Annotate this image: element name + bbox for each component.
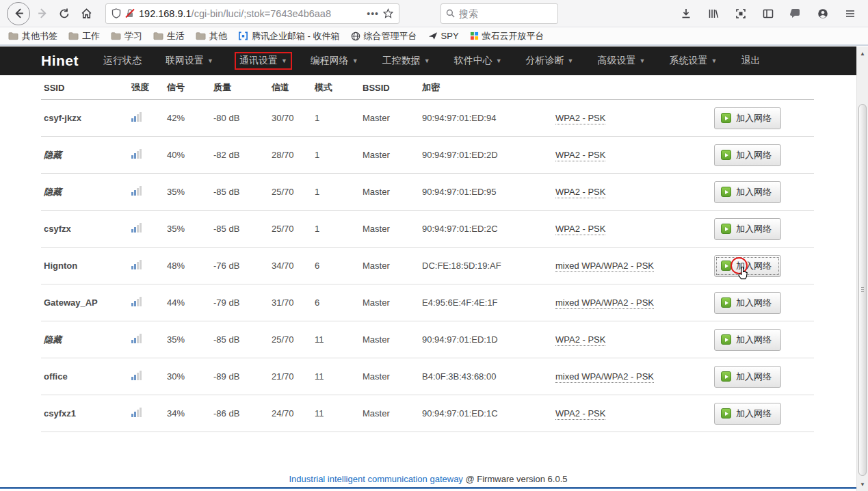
encryption-value: WPA2 - PSK (555, 334, 605, 346)
sidebar-button[interactable] (757, 3, 779, 25)
scroll-up-arrow[interactable]: ▲ (857, 48, 868, 59)
nav-item[interactable]: 通讯设置▼ (235, 52, 292, 70)
bookmark-label: 综合管理平台 (364, 30, 417, 42)
signal-db-cell: -80 dB (211, 100, 269, 137)
channel-cell: 1 (312, 137, 360, 174)
header-bssid: BSSID (360, 75, 419, 100)
bookmark-item[interactable]: 萤石云开放平台 (466, 29, 549, 44)
nav-item[interactable]: 编程网络▼ (308, 53, 361, 69)
nav-item-label: 联网设置 (166, 55, 204, 67)
encryption-value: WPA2 - PSK (555, 150, 605, 161)
join-network-button[interactable]: 加入网络 (714, 181, 781, 203)
signal-percent-cell: 34% (164, 395, 211, 432)
bookmark-item[interactable]: 工作 (64, 29, 104, 44)
join-network-button[interactable]: 加入网络 (714, 144, 781, 166)
signal-db-cell: -79 dB (211, 284, 269, 321)
nav-item[interactable]: 分析诊断▼ (523, 53, 577, 69)
channel-cell: 6 (312, 284, 360, 321)
bssid-cell: B4:0F:3B:43:68:00 (419, 358, 553, 395)
library-button[interactable] (702, 3, 724, 25)
search-input[interactable] (459, 8, 534, 19)
header-signal: 信号 (164, 75, 211, 100)
channel-cell: 11 (312, 395, 360, 432)
nav-item-label: 分析诊断 (526, 55, 564, 67)
encryption-value: WPA2 - PSK (555, 187, 605, 198)
join-network-button[interactable]: 加入网络 (714, 255, 781, 277)
scroll-down-arrow[interactable]: ▼ (857, 479, 868, 490)
search-box[interactable] (440, 3, 558, 24)
chevron-down-icon: ▼ (207, 57, 213, 64)
url-host: 192.168.9.1 (139, 8, 192, 19)
chevron-down-icon: ▼ (352, 57, 358, 64)
bookmark-label: 学习 (124, 30, 142, 42)
back-button[interactable] (7, 2, 30, 25)
page-actions-icon[interactable]: ••• (367, 8, 379, 19)
nav-item[interactable]: 运行状态 (101, 53, 144, 69)
bookmark-item[interactable]: 其他 (192, 29, 231, 44)
bookmark-item[interactable]: 腾讯企业邮箱 - 收件箱 (234, 29, 344, 44)
chevron-down-icon: ▼ (496, 57, 502, 64)
account-button[interactable] (812, 3, 834, 25)
signal-percent-cell: 35% (164, 174, 211, 211)
signal-strength-icon (131, 149, 142, 159)
join-icon (721, 408, 731, 419)
ssid-cell: csyf-jkzx (41, 100, 129, 137)
signal-db-cell: -85 dB (211, 211, 269, 248)
chevron-down-icon: ▼ (640, 57, 646, 64)
hamburger-icon (845, 8, 856, 19)
join-button-label: 加入网络 (736, 186, 772, 198)
encryption-cell: WPA2 - PSK (553, 100, 711, 137)
wifi-network-row: 隐藏 40% -82 dB 28/70 1 Master 90:94:97:01… (41, 137, 814, 174)
signal-percent-cell: 30% (164, 358, 211, 395)
vertical-scrollbar[interactable]: ▲ ▼ (856, 47, 868, 491)
chevron-down-icon: ▼ (281, 57, 287, 64)
encryption-value: WPA2 - PSK (555, 224, 605, 235)
ssid-cell: Hignton (41, 248, 129, 284)
signal-db-cell: -86 dB (211, 395, 269, 432)
join-network-button[interactable]: 加入网络 (714, 329, 781, 351)
join-network-button[interactable]: 加入网络 (714, 107, 781, 129)
nav-item[interactable]: 系统设置▼ (666, 53, 720, 69)
url-bar[interactable]: 192.168.9.1/cgi-bin/luci/;stok=7643e4b6a… (105, 3, 399, 24)
nav-item[interactable]: 联网设置▼ (163, 53, 216, 69)
encryption-cell: WPA2 - PSK (553, 211, 711, 248)
bookmark-item[interactable]: 生活 (149, 29, 189, 44)
bookmark-item[interactable]: SPY (424, 29, 463, 42)
home-button[interactable] (75, 3, 97, 25)
forward-button[interactable] (31, 3, 53, 25)
bookmark-item[interactable]: 综合管理平台 (347, 29, 421, 44)
encryption-value: mixed WPA/WPA2 - PSK (555, 261, 654, 272)
main-navbar: Hinet 运行状态联网设置▼通讯设置▼编程网络▼工控数据▼软件中心▼分析诊断▼… (0, 47, 856, 75)
gateway-link[interactable]: Industrial intelligent communication gat… (289, 474, 463, 484)
bookmark-item[interactable]: 其他书签 (4, 29, 62, 44)
nav-item[interactable]: 工控数据▼ (380, 53, 433, 69)
channel-cell: 1 (312, 211, 360, 248)
signal-percent-cell: 35% (164, 211, 211, 248)
mode-cell: Master (360, 137, 419, 174)
bssid-cell: 90:94:97:01:ED:94 (419, 100, 553, 137)
mode-cell: Master (360, 174, 419, 211)
downloads-button[interactable] (675, 3, 697, 25)
join-network-button[interactable]: 加入网络 (714, 403, 781, 425)
bssid-cell: 90:94:97:01:ED:95 (419, 174, 553, 211)
join-icon (721, 113, 731, 123)
nav-item[interactable]: 高级设置▼ (595, 53, 648, 69)
encryption-cell: mixed WPA/WPA2 - PSK (553, 284, 711, 321)
mode-cell: Master (360, 321, 419, 358)
menu-button[interactable] (839, 3, 861, 25)
folder-icon (196, 31, 206, 40)
screenshot-button[interactable] (730, 3, 752, 25)
nav-item[interactable]: 软件中心▼ (451, 53, 505, 69)
join-network-button[interactable]: 加入网络 (714, 292, 781, 314)
join-network-button[interactable]: 加入网络 (714, 366, 781, 388)
bookmark-star-icon[interactable] (383, 8, 393, 18)
bookmark-item[interactable]: 学习 (107, 29, 146, 44)
join-network-button[interactable]: 加入网络 (714, 218, 781, 240)
strength-cell (129, 137, 164, 174)
messages-button[interactable] (785, 3, 806, 25)
scrollbar-thumb[interactable] (858, 104, 867, 476)
mode-cell: Master (360, 211, 419, 248)
account-icon (817, 8, 828, 19)
reload-button[interactable] (53, 3, 75, 25)
nav-item[interactable]: 退出 (738, 53, 763, 69)
